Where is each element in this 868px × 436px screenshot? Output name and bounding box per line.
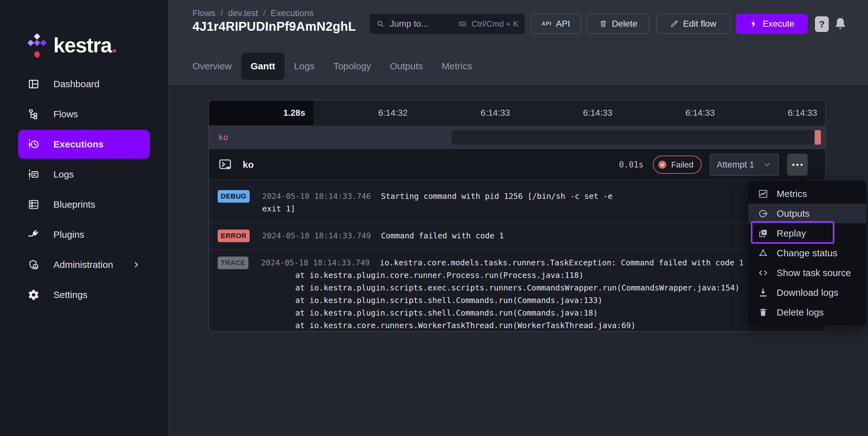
logo-wordmark: kestra. (53, 32, 117, 58)
task-duration: 0.01s (619, 160, 644, 169)
settings-gear-icon (28, 289, 39, 301)
api-button[interactable]: API API (531, 14, 581, 34)
menu-caret (799, 176, 807, 181)
download-icon (758, 287, 769, 298)
log-row-error: ERROR 2024-05-18 18:14:33.749Command fai… (209, 222, 825, 249)
page-title: 4J1r4RIPUDInPf9AmN2ghL (192, 20, 356, 34)
sidebar-item-label: Plugins (53, 229, 84, 240)
shell-task-icon (218, 158, 233, 172)
breadcrumb: Flows / dev.test / Executions (192, 8, 314, 18)
lightning-bolt-icon (749, 20, 758, 28)
menu-item-outputs[interactable]: Outputs (748, 204, 866, 223)
metrics-chart-icon (758, 189, 769, 199)
task-more-options-button[interactable] (787, 154, 808, 176)
tab-topology[interactable]: Topology (324, 53, 380, 80)
sidebar-item-settings[interactable]: Settings (18, 280, 150, 309)
blueprints-icon (28, 199, 39, 210)
search-icon (376, 20, 385, 28)
trash-icon (758, 307, 769, 318)
breadcrumb-separator: / (220, 8, 223, 18)
help-button[interactable]: ? (815, 16, 829, 32)
gantt-task-row: ko (209, 126, 825, 149)
breadcrumb-executions[interactable]: Executions (271, 8, 314, 18)
search-placeholder: Jump to... (390, 19, 428, 29)
log-level-badge: DEBUG (218, 190, 250, 203)
sidebar-item-flows[interactable]: Flows (18, 100, 150, 129)
logo-dot: . (112, 34, 117, 57)
kestra-logo[interactable]: kestra. (27, 32, 117, 58)
timeline-tick: 6:14:33 (621, 100, 723, 126)
task-log-list: DEBUG 2024-05-18 18:14:33.746Starting co… (209, 179, 825, 331)
gantt-bar[interactable] (452, 130, 821, 144)
gantt-panel: 1.28s 6:14:32 6:14:33 6:14:33 6:14:33 6:… (208, 100, 826, 332)
tab-outputs[interactable]: Outputs (381, 53, 432, 80)
menu-item-show-task-source[interactable]: Show task source (748, 263, 866, 282)
administration-icon (28, 259, 39, 271)
circle-x-icon (657, 160, 667, 170)
tab-logs[interactable]: Logs (284, 53, 324, 80)
task-header: ko 0.01s Failed Attempt 1 (209, 150, 825, 179)
menu-item-replay[interactable]: Replay (748, 223, 866, 243)
pencil-icon (670, 20, 679, 28)
menu-item-change-status[interactable]: Change status (748, 243, 866, 263)
sidebar-item-plugins[interactable]: Plugins (18, 220, 150, 249)
sidebar-item-label: Blueprints (53, 199, 95, 210)
log-message-line: 2024-05-18 18:14:33.749io.kestra.core.mo… (261, 257, 744, 269)
gantt-task-label[interactable]: ko (218, 133, 228, 142)
log-timestamp: 2024-05-18 18:14:33.749 (261, 258, 370, 267)
timeline-tick: 6:14:32 (313, 100, 416, 126)
tab-gantt[interactable]: Gantt (241, 53, 284, 80)
sidebar-item-label: Settings (53, 290, 87, 300)
sidebar-item-administration[interactable]: Administration (18, 250, 150, 279)
menu-item-metrics[interactable]: Metrics (748, 184, 866, 204)
breadcrumb-flows[interactable]: Flows (192, 8, 215, 18)
logs-icon (28, 168, 39, 180)
api-icon: API (542, 21, 552, 27)
code-brackets-icon (758, 268, 769, 278)
top-header: Flows / dev.test / Executions 4J1r4RIPUD… (168, 0, 868, 85)
executions-icon (28, 138, 39, 150)
log-text: 2024-05-18 18:14:33.749Command failed wi… (262, 230, 504, 242)
ellipsis-icon (792, 164, 795, 166)
timeline-tick: 6:14:33 (416, 100, 518, 126)
sidebar-item-executions[interactable]: Executions (18, 130, 150, 159)
stack-trace-line: at io.kestra.plugin.scripts.shell.Comman… (261, 294, 744, 307)
sidebar-item-label: Executions (53, 139, 104, 149)
sidebar: kestra. Dashboard Flows Exe (0, 0, 168, 436)
change-status-icon (758, 248, 769, 259)
sidebar-item-label: Administration (53, 259, 113, 270)
breadcrumb-separator: / (263, 8, 266, 18)
log-row-debug: DEBUG 2024-05-18 18:14:33.746Starting co… (209, 183, 825, 222)
breadcrumb-namespace[interactable]: dev.test (228, 8, 258, 18)
attempt-select[interactable]: Attempt 1 (710, 154, 779, 176)
stack-trace-line: at io.kestra.plugin.core.runner.Process.… (261, 269, 744, 282)
notifications-bell-icon[interactable] (833, 15, 848, 33)
menu-item-delete-logs[interactable]: Delete logs (748, 302, 866, 322)
jump-to-search-input[interactable]: Jump to... Ctrl/Cmd + K (370, 14, 525, 34)
task-detail-section: ko 0.01s Failed Attempt 1 (209, 149, 825, 331)
tab-metrics[interactable]: Metrics (432, 53, 482, 80)
task-name: ko (243, 159, 254, 170)
delete-button[interactable]: Delete (587, 14, 649, 34)
sidebar-item-logs[interactable]: Logs (18, 160, 150, 189)
execute-button[interactable]: Execute (736, 14, 808, 34)
outputs-exit-icon (758, 208, 769, 219)
edit-flow-button[interactable]: Edit flow (656, 14, 730, 34)
status-badge-failed: Failed (653, 156, 702, 174)
stack-trace-line: at io.kestra.plugin.scripts.shell.Comman… (261, 307, 744, 319)
log-text: 2024-05-18 18:14:33.749io.kestra.core.mo… (261, 257, 744, 332)
sidebar-item-dashboard[interactable]: Dashboard (18, 70, 150, 99)
stack-trace-line: at io.kestra.plugin.scripts.exec.scripts… (261, 282, 744, 294)
tab-overview[interactable]: Overview (183, 53, 241, 80)
execution-tabs: Overview Gantt Logs Topology Outputs Met… (183, 52, 482, 80)
timeline-tick: 6:14:33 (723, 100, 825, 126)
sidebar-item-label: Logs (53, 169, 74, 180)
sidebar-item-blueprints[interactable]: Blueprints (18, 190, 150, 219)
log-message: io.kestra.core.models.tasks.runners.Task… (380, 258, 744, 267)
flows-icon (28, 108, 39, 120)
sidebar-nav: Dashboard Flows Executions (0, 68, 168, 310)
menu-item-download-logs[interactable]: Download logs (748, 282, 866, 302)
plugins-icon (28, 229, 39, 241)
log-timestamp: 2024-05-18 18:14:33.746 (262, 192, 371, 201)
sidebar-item-label: Dashboard (53, 79, 99, 90)
